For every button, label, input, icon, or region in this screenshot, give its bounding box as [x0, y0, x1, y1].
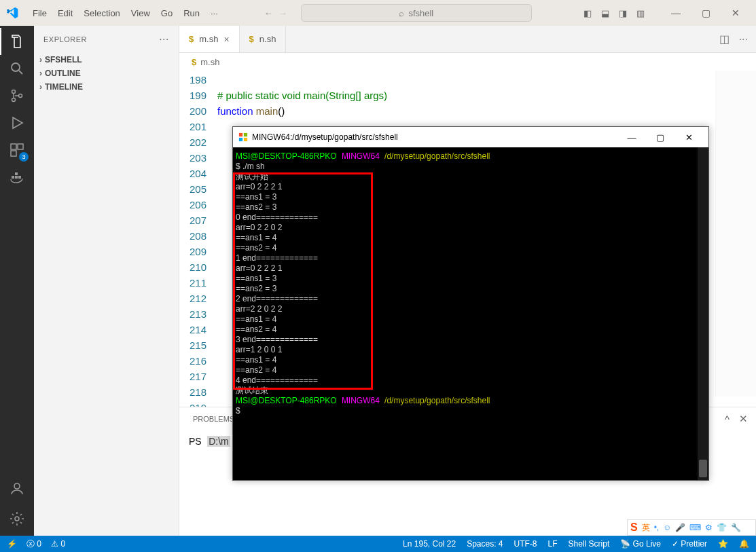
menu-view[interactable]: View: [126, 5, 156, 21]
status-cursor-pos[interactable]: Ln 195, Col 22: [403, 539, 456, 549]
tab-label: n.sh: [259, 34, 276, 44]
activity-settings-icon[interactable]: [7, 509, 27, 529]
svg-rect-14: [239, 133, 242, 136]
nav-back-icon[interactable]: ←: [264, 8, 273, 18]
ime-emoji-icon[interactable]: ☺: [663, 523, 671, 532]
layout-right-icon[interactable]: ◨: [619, 8, 627, 18]
panel-maximize-icon[interactable]: ^: [725, 413, 730, 425]
terminal-output: 测试开始 arr=0 2 2 2 1 ==ans1 = 3 ==ans2 = 3…: [236, 172, 318, 395]
chevron-right-icon: ›: [39, 55, 42, 65]
menu-file[interactable]: File: [27, 5, 52, 21]
editor-more-icon[interactable]: ···: [739, 33, 748, 45]
ime-tools-icon[interactable]: 🔧: [731, 523, 741, 532]
sidebar-section-outline[interactable]: ›OUTLINE: [34, 67, 179, 80]
explorer-title: EXPLORER: [43, 35, 87, 43]
layout-custom-icon[interactable]: ▥: [636, 8, 645, 18]
shell-file-icon: $: [192, 57, 196, 67]
terminal-close-icon[interactable]: ✕: [674, 128, 703, 147]
terminal-minimize-icon[interactable]: —: [617, 128, 646, 147]
svg-rect-15: [244, 133, 247, 136]
status-prettier[interactable]: ✓ Prettier: [672, 539, 707, 549]
activity-docker-icon[interactable]: [7, 167, 27, 187]
chevron-right-icon: ›: [39, 69, 42, 78]
ime-skin-icon[interactable]: 👕: [717, 523, 727, 532]
layout-left-icon[interactable]: ◧: [583, 8, 592, 18]
tabs-row: $ m.sh × $ n.sh ◫ ···: [179, 26, 756, 53]
svg-rect-7: [11, 151, 16, 156]
activity-scm-icon[interactable]: [7, 86, 27, 106]
activity-account-icon[interactable]: [7, 479, 27, 499]
search-text: sfshell: [408, 8, 433, 18]
terminal-scrollbar[interactable]: [698, 147, 708, 480]
ime-punct-icon[interactable]: •,: [654, 523, 660, 532]
menu-more[interactable]: ···: [205, 5, 223, 21]
split-editor-icon[interactable]: ◫: [719, 33, 730, 45]
svg-rect-16: [239, 138, 242, 141]
shell-file-icon: $: [189, 34, 194, 44]
status-errors[interactable]: ⓧ 0: [26, 538, 41, 550]
tab-label: m.sh: [199, 34, 218, 44]
window-maximize-icon[interactable]: ▢: [691, 3, 721, 23]
nav-arrows: ← →: [264, 8, 287, 18]
menu-run[interactable]: Run: [178, 5, 205, 21]
menu-go[interactable]: Go: [156, 5, 178, 21]
layout-bottom-icon[interactable]: ⬓: [601, 8, 609, 18]
svg-rect-8: [12, 176, 14, 179]
sidebar-section-timeline[interactable]: ›TIMELINE: [34, 80, 179, 94]
terminal-title: MINGW64:/d/mysetup/gopath/src/sfshell: [252, 132, 398, 142]
svg-point-2: [12, 90, 16, 94]
tab-m-sh[interactable]: $ m.sh ×: [179, 26, 240, 52]
tab-close-icon[interactable]: ×: [223, 34, 229, 45]
svg-point-13: [15, 517, 19, 521]
titlebar: File Edit Selection View Go Run ··· ← → …: [0, 0, 756, 26]
ime-keyboard-icon[interactable]: ⌨: [689, 523, 701, 532]
terminal-maximize-icon[interactable]: ▢: [646, 128, 674, 147]
ime-settings-icon[interactable]: ⚙: [705, 523, 713, 532]
svg-point-3: [12, 98, 16, 102]
minimap[interactable]: ······ ···· ·· ······· ··· ···· ·· ·····…: [715, 71, 756, 397]
mingw-logo-icon: [238, 132, 248, 142]
status-spaces[interactable]: Spaces: 4: [467, 539, 503, 549]
status-eol[interactable]: LF: [548, 539, 558, 549]
terminal-titlebar[interactable]: MINGW64:/d/mysetup/gopath/src/sfshell — …: [233, 127, 708, 147]
activity-extensions-icon[interactable]: 3: [7, 140, 27, 160]
explorer-header: EXPLORER ···: [34, 26, 179, 53]
svg-line-1: [19, 71, 22, 74]
nav-forward-icon[interactable]: →: [278, 8, 287, 18]
scrollbar-thumb[interactable]: [699, 460, 707, 477]
breadcrumb[interactable]: $ m.sh: [179, 53, 756, 71]
chevron-right-icon: ›: [39, 82, 42, 92]
status-bar: ⚡ ⓧ 0 ⚠ 0 Ln 195, Col 22 Spaces: 4 UTF-8…: [0, 536, 756, 552]
activity-bar: 3: [0, 26, 34, 536]
explorer-more-icon[interactable]: ···: [159, 33, 169, 45]
status-encoding[interactable]: UTF-8: [514, 539, 537, 549]
panel-close-icon[interactable]: ✕: [739, 413, 748, 425]
status-feedback-icon[interactable]: ⭐: [718, 539, 728, 549]
ime-mode[interactable]: 英: [642, 522, 650, 534]
vscode-logo-icon: [5, 6, 19, 20]
status-language[interactable]: Shell Script: [569, 539, 610, 549]
menu-edit[interactable]: Edit: [52, 5, 78, 21]
ps-path: D:\m: [207, 436, 230, 447]
tab-n-sh[interactable]: $ n.sh: [240, 26, 287, 52]
status-warnings[interactable]: ⚠ 0: [51, 539, 65, 549]
sidebar-section-sfshell[interactable]: ›SFSHELL: [34, 53, 179, 67]
terminal-body[interactable]: MSI@DESKTOP-486RPKO MINGW64 /d/mysetup/g…: [233, 147, 708, 480]
status-golive[interactable]: 📡 Go Live: [620, 539, 661, 549]
svg-rect-11: [15, 172, 18, 175]
command-center[interactable]: ⌕ sfshell: [301, 4, 532, 22]
sogou-ime-bar[interactable]: S 英 •, ☺ 🎤 ⌨ ⚙ 👕 🔧: [627, 519, 756, 536]
svg-rect-5: [11, 144, 16, 149]
status-bell-icon[interactable]: 🔔: [739, 539, 749, 549]
explorer-sidebar: EXPLORER ··· ›SFSHELL ›OUTLINE ›TIMELINE: [34, 26, 179, 536]
menu-selection[interactable]: Selection: [78, 5, 125, 21]
activity-debug-icon[interactable]: [7, 113, 27, 133]
window-minimize-icon[interactable]: —: [661, 3, 691, 23]
window-close-icon[interactable]: ✕: [721, 3, 751, 23]
activity-search-icon[interactable]: [7, 58, 27, 79]
mingw-terminal-window: MINGW64:/d/mysetup/gopath/src/sfshell — …: [232, 126, 709, 481]
status-remote-icon[interactable]: ⚡: [7, 539, 17, 549]
activity-explorer-icon[interactable]: [7, 31, 27, 52]
svg-rect-9: [15, 176, 18, 179]
ime-voice-icon[interactable]: 🎤: [675, 523, 685, 532]
